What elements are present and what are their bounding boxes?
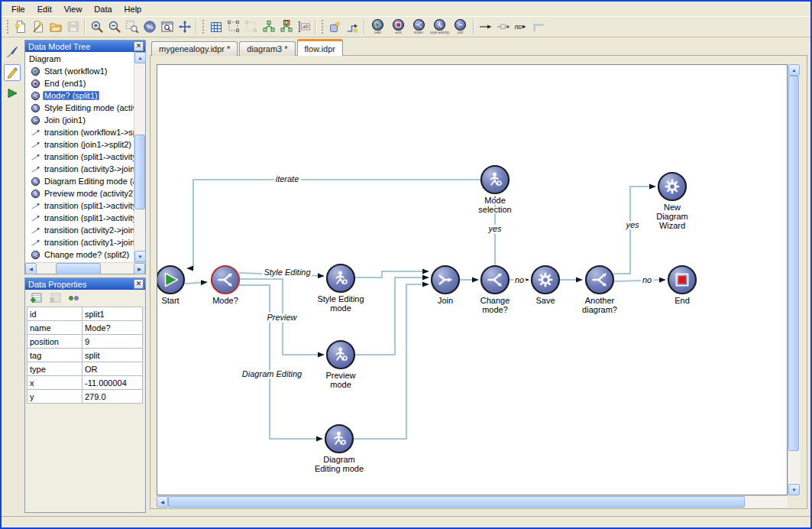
tree-item[interactable]: Start (workflow1): [25, 65, 134, 77]
tab-flow-idpr[interactable]: flow.idpr: [297, 39, 343, 56]
arrow-no-icon[interactable]: no: [512, 18, 529, 36]
menu-help[interactable]: Help: [118, 3, 148, 15]
tab-diagram3[interactable]: diagram3 *: [239, 41, 295, 56]
canvas-hscrollbar[interactable]: ◀ ▶: [157, 495, 800, 508]
preview-window-icon[interactable]: [158, 18, 176, 36]
scroll-up-icon[interactable]: ▲: [788, 64, 800, 76]
tree-item[interactable]: Mode? (split1): [25, 89, 134, 102]
label-edit-icon[interactable]: ab: [295, 18, 312, 36]
edge-mode-to-diagram-editing[interactable]: [237, 285, 322, 439]
scroll-up-icon[interactable]: ▲: [134, 52, 146, 63]
indicator-dots-icon[interactable]: [67, 291, 81, 305]
edge-another-diagram-to-wizard[interactable]: [613, 187, 655, 274]
diagram-node-mode[interactable]: Mode?: [212, 266, 239, 305]
brush-tool-button[interactable]: [4, 44, 21, 60]
zoom-in-icon[interactable]: [88, 18, 105, 36]
connector-angle-icon[interactable]: [529, 18, 547, 36]
tree-vscroll-track[interactable]: [134, 63, 145, 251]
tree-hscroll-thumb[interactable]: [56, 263, 100, 274]
tree-item[interactable]: transition (activity3->join: [25, 163, 134, 175]
menu-data[interactable]: Data: [88, 3, 118, 15]
edge-diagram-editing-to-join[interactable]: [354, 284, 429, 439]
tree-item[interactable]: Style Editing mode (activi: [25, 102, 134, 114]
tree-item[interactable]: Preview mode (activity2): [25, 187, 134, 200]
props-panel-close-icon[interactable]: ✕: [134, 279, 144, 289]
scroll-left-icon[interactable]: ◀: [25, 263, 37, 274]
tree-layout-icon[interactable]: [260, 18, 277, 36]
tree-item[interactable]: End (end1): [25, 77, 134, 89]
diagram-canvas[interactable]: iterateStyle EditingPreviewDiagram Editi…: [157, 64, 788, 495]
arrow-labeled-icon[interactable]: [494, 18, 512, 36]
menu-file[interactable]: File: [5, 3, 31, 15]
tree-item[interactable]: transition (workflow1->sp: [25, 126, 134, 138]
scroll-down-icon[interactable]: ▼: [134, 251, 146, 262]
tree-vscrollbar[interactable]: ▲ ▼: [134, 52, 145, 262]
palette-end-button[interactable]: End: [388, 17, 409, 37]
wand-file-icon[interactable]: [29, 18, 47, 36]
canvas-vscroll-track[interactable]: [788, 76, 800, 484]
tree-vscroll-thumb[interactable]: [134, 135, 145, 209]
edge-style-to-join[interactable]: [354, 271, 429, 277]
add-row-icon[interactable]: [29, 291, 43, 305]
property-value[interactable]: split: [82, 349, 143, 362]
canvas-vscrollbar[interactable]: ▲ ▼: [788, 64, 800, 495]
edge-another-diagram-to-end[interactable]: [614, 280, 665, 281]
scroll-right-icon[interactable]: ▶: [134, 263, 145, 274]
tree-layout-boxed-icon[interactable]: [277, 18, 295, 36]
diagram-node-join[interactable]: Join: [432, 266, 459, 305]
tree-item[interactable]: transition (join1->split2): [25, 138, 134, 151]
property-value[interactable]: 9: [82, 335, 143, 349]
diagram-node-end[interactable]: End: [668, 266, 696, 305]
diagram-node-mode-selection[interactable]: Modeselection: [478, 166, 511, 214]
canvas-hscroll-track[interactable]: [168, 496, 788, 508]
menu-edit[interactable]: Edit: [31, 3, 58, 15]
canvas-vscroll-thumb[interactable]: [788, 76, 799, 451]
diagram-node-change-mode[interactable]: Changemode?: [480, 266, 510, 314]
palette-start-button[interactable]: Start: [367, 17, 388, 37]
property-value[interactable]: OR: [82, 362, 143, 376]
tree-item[interactable]: Change mode? (split2): [25, 248, 134, 261]
open-folder-icon[interactable]: [47, 18, 64, 36]
grid-icon[interactable]: [207, 18, 225, 36]
tree-item[interactable]: transition (split1->activity: [25, 212, 134, 224]
arrow-plain-icon[interactable]: [477, 18, 494, 36]
pan-icon[interactable]: [176, 18, 193, 36]
property-value[interactable]: split1: [82, 307, 143, 321]
run-tool-button[interactable]: [4, 85, 21, 102]
diagram-node-preview-mode[interactable]: Previewmode: [325, 341, 355, 389]
diagram-node-style-editing-mode[interactable]: Style Editingmode: [317, 264, 364, 313]
edge-preview-to-join[interactable]: [355, 277, 429, 355]
diagram-node-another-diagram[interactable]: Anotherdiagram?: [582, 266, 617, 314]
zoom-region-icon[interactable]: [123, 18, 141, 36]
tree-item[interactable]: transition (activity2->join: [25, 224, 134, 236]
diagram-node-save[interactable]: Save: [532, 266, 559, 305]
diagram-node-diagram-editing-mode[interactable]: DiagramEditing mode: [315, 425, 364, 473]
zoom-out-icon[interactable]: [105, 18, 123, 36]
diagram-node-start[interactable]: Start: [157, 266, 184, 305]
tree-item[interactable]: Diagram: [25, 53, 134, 65]
marquee-icon[interactable]: [225, 18, 242, 36]
new-transition-icon[interactable]: [344, 18, 361, 36]
menu-view[interactable]: View: [58, 3, 89, 15]
edge-start-to-mode[interactable]: [185, 282, 207, 284]
new-file-icon[interactable]: [11, 18, 29, 36]
diagram-node-new-diagram-wizard[interactable]: NewDiagramWizard: [656, 173, 688, 230]
property-value[interactable]: 279.0: [82, 390, 143, 404]
palette-join-button[interactable]: Join: [450, 17, 471, 37]
palette-split-button[interactable]: Mode?: [409, 17, 429, 37]
property-value[interactable]: -11.000004: [82, 376, 143, 390]
tree-hscroll-track[interactable]: [37, 263, 134, 274]
scroll-left-icon[interactable]: ◀: [157, 496, 168, 508]
tree-hscrollbar[interactable]: ◀ ▶: [25, 262, 145, 274]
tree-item[interactable]: Join (join1): [25, 114, 134, 126]
edge-iterate[interactable]: [187, 180, 480, 268]
zoom-percent-icon[interactable]: %: [141, 18, 158, 36]
tree-item[interactable]: transition (activity1->join: [25, 236, 134, 248]
tree-item[interactable]: transition (split1->activity: [25, 151, 134, 163]
palette-activity-button[interactable]: Style Editing mode: [429, 17, 450, 37]
canvas-hscroll-thumb[interactable]: [168, 496, 745, 508]
scroll-down-icon[interactable]: ▼: [788, 484, 800, 495]
new-node-icon[interactable]: [326, 18, 344, 36]
tree-item[interactable]: Diagram Editing mode (ac: [25, 175, 134, 187]
tab-mygenealogy-idpr[interactable]: mygenealogy.idpr *: [151, 41, 238, 56]
